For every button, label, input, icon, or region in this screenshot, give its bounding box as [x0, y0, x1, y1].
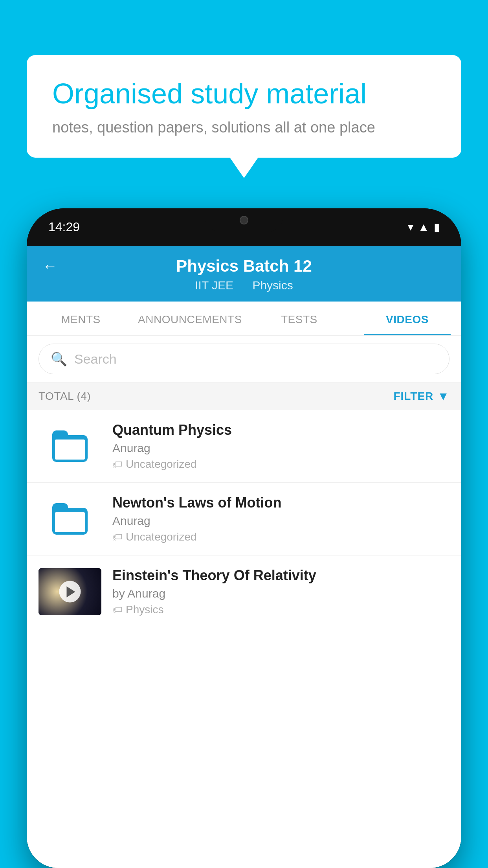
app-header: ← Physics Batch 12 IIT JEE Physics	[27, 246, 461, 302]
filter-row: TOTAL (4) FILTER ▼	[27, 383, 461, 410]
play-triangle-icon	[66, 586, 75, 597]
thumbnail-image	[39, 568, 101, 615]
video-title: Quantum Physics	[112, 422, 449, 438]
folder-thumbnail-quantum	[39, 423, 101, 470]
search-container: 🔍 Search	[27, 336, 461, 383]
app-title: Physics Batch 12	[176, 257, 312, 276]
search-icon: 🔍	[51, 351, 67, 367]
subtitle-iitjee: IIT JEE	[195, 279, 233, 292]
list-item[interactable]: Newton's Laws of Motion Anurag 🏷 Uncateg…	[27, 483, 461, 555]
speech-bubble-title: Organised study material	[52, 77, 436, 110]
tab-videos[interactable]: VIDEOS	[353, 302, 461, 335]
app-header-top: ← Physics Batch 12	[42, 257, 446, 276]
video-title: Newton's Laws of Motion	[112, 495, 449, 511]
tab-announcements[interactable]: ANNOUNCEMENTS	[135, 302, 245, 335]
tabs-bar: MENTS ANNOUNCEMENTS TESTS VIDEOS	[27, 302, 461, 336]
video-thumbnail-einstein	[39, 568, 101, 615]
tab-ments[interactable]: MENTS	[27, 302, 135, 335]
video-tag: 🏷 Uncategorized	[112, 531, 449, 543]
video-tag: 🏷 Uncategorized	[112, 458, 449, 471]
search-placeholder: Search	[74, 351, 117, 367]
list-item[interactable]: Quantum Physics Anurag 🏷 Uncategorized	[27, 410, 461, 483]
subtitle-physics: Physics	[252, 279, 293, 292]
front-camera	[240, 216, 248, 224]
status-icons: ▾ ▲ ▮	[408, 221, 440, 234]
back-button[interactable]: ←	[42, 258, 57, 275]
video-info-newton: Newton's Laws of Motion Anurag 🏷 Uncateg…	[112, 495, 449, 543]
phone-frame: 14:29 ▾ ▲ ▮ ← Physics Batch 12 IIT JEE P…	[27, 208, 461, 868]
video-author: by Anurag	[112, 587, 449, 600]
tag-icon: 🏷	[112, 604, 123, 616]
tag-icon: 🏷	[112, 458, 123, 471]
tab-tests[interactable]: TESTS	[245, 302, 353, 335]
status-bar: 14:29 ▾ ▲ ▮	[27, 208, 461, 246]
folder-icon	[52, 503, 88, 535]
video-author: Anurag	[112, 441, 449, 455]
tag-label: Uncategorized	[126, 531, 197, 543]
wifi-icon: ▾	[408, 221, 413, 234]
filter-label: FILTER	[393, 390, 433, 403]
video-info-quantum: Quantum Physics Anurag 🏷 Uncategorized	[112, 422, 449, 471]
list-item[interactable]: Einstein's Theory Of Relativity by Anura…	[27, 555, 461, 628]
speech-bubble-container: Organised study material notes, question…	[27, 55, 461, 158]
filter-button[interactable]: FILTER ▼	[393, 390, 449, 403]
speech-bubble-subtitle: notes, question papers, solutions all at…	[52, 119, 436, 136]
folder-icon	[52, 430, 88, 462]
video-tag: 🏷 Physics	[112, 603, 449, 616]
video-author: Anurag	[112, 514, 449, 528]
status-time: 14:29	[48, 220, 80, 234]
video-title: Einstein's Theory Of Relativity	[112, 567, 449, 584]
speech-bubble: Organised study material notes, question…	[27, 55, 461, 158]
total-count-label: TOTAL (4)	[39, 390, 91, 403]
folder-thumbnail-newton	[39, 495, 101, 542]
battery-icon: ▮	[434, 221, 440, 234]
filter-funnel-icon: ▼	[437, 390, 449, 403]
phone-notch	[205, 208, 283, 232]
app-screen: ← Physics Batch 12 IIT JEE Physics MENTS…	[27, 246, 461, 868]
video-info-einstein: Einstein's Theory Of Relativity by Anura…	[112, 567, 449, 616]
tag-label: Uncategorized	[126, 458, 197, 471]
app-subtitle: IIT JEE Physics	[191, 279, 297, 292]
tag-label: Physics	[126, 603, 163, 616]
signal-icon: ▲	[418, 221, 429, 234]
video-list: Quantum Physics Anurag 🏷 Uncategorized	[27, 410, 461, 868]
search-bar[interactable]: 🔍 Search	[39, 344, 449, 374]
tag-icon: 🏷	[112, 531, 123, 543]
play-button[interactable]	[59, 581, 81, 603]
